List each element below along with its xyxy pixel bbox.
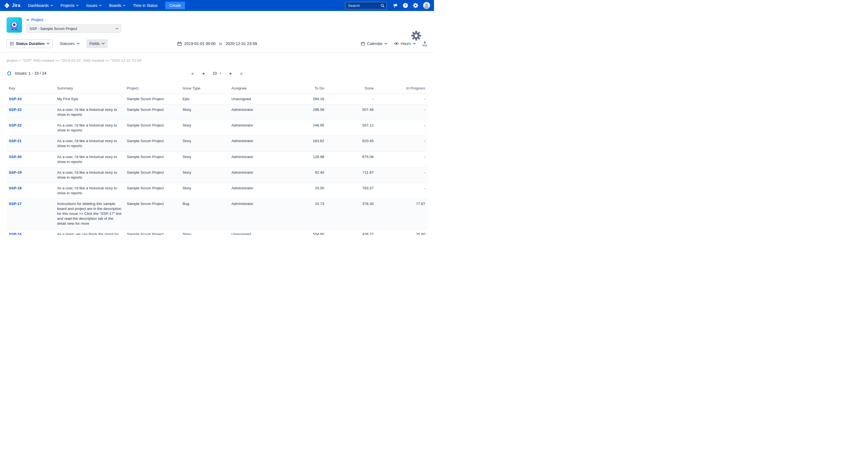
- fields-button[interactable]: Fields: [87, 39, 107, 48]
- column-header-summary[interactable]: Summary: [55, 84, 125, 94]
- date-range-picker[interactable]: 2019-01-01 00:00 to 2020-12-31 23:59: [177, 41, 257, 46]
- nav-item-label: Projects: [61, 3, 75, 8]
- issue-type: Story: [180, 167, 229, 183]
- fields-label: Fields: [90, 41, 100, 46]
- issue-in-progress: 77.87: [376, 199, 427, 229]
- feedback-megaphone-icon[interactable]: [393, 3, 398, 8]
- issue-to-do: 128.98: [277, 152, 327, 167]
- chevron-down-icon: [413, 43, 415, 44]
- issue-done: 620.45: [327, 136, 376, 152]
- issue-to-do: 183.62: [277, 136, 327, 152]
- navbar-item-dashboards[interactable]: Dashboards: [28, 3, 53, 8]
- issue-row: SSP-23 As a user, I'd like a historical …: [7, 104, 427, 120]
- issue-row: SSP-24 My First Epic Sample Scrum Projec…: [7, 94, 427, 104]
- navbar-item-boards[interactable]: Boards: [109, 3, 125, 8]
- issue-key-link[interactable]: SSP-18: [9, 186, 22, 190]
- issues-table: KeySummaryProjectIssue TypeAssigneeTo Do…: [7, 84, 427, 235]
- issue-summary: As a user, I'd like a historical story t…: [55, 167, 125, 183]
- pagination-prev-button[interactable]: ◀: [202, 72, 205, 75]
- issue-key-link[interactable]: SSP-19: [9, 170, 22, 174]
- chevron-down-icon: [99, 5, 101, 6]
- page-size-dropdown[interactable]: 10 ▼: [213, 71, 221, 75]
- help-icon[interactable]: ?: [403, 3, 408, 8]
- issue-assignee: Administrator: [229, 120, 277, 136]
- issues-table-body: SSP-24 My First Epic Sample Scrum Projec…: [7, 94, 427, 235]
- issue-project: Sample Scrum Project: [125, 104, 180, 120]
- issue-summary: As a user, I'd like a historical story t…: [55, 120, 125, 136]
- column-header-done[interactable]: Done: [327, 84, 376, 94]
- calendar-mode-dropdown[interactable]: Calendar: [361, 41, 388, 46]
- issue-key-link[interactable]: SSP-22: [9, 123, 22, 127]
- issue-key-link[interactable]: SSP-23: [9, 107, 22, 112]
- chevron-down-icon: [116, 28, 118, 29]
- issue-row: SSP-19 As a user, I'd like a historical …: [7, 167, 427, 183]
- issue-project: Sample Scrum Project: [125, 229, 180, 235]
- issue-key-link[interactable]: SSP-24: [9, 97, 22, 101]
- issue-done: 711.67: [327, 167, 376, 183]
- issue-assignee: Administrator: [229, 199, 277, 229]
- issue-row: SSP-22 As a user, I'd like a historical …: [7, 120, 427, 136]
- calendar-icon: [361, 41, 365, 46]
- issue-type: Story: [180, 120, 229, 136]
- issue-in-progress: -: [376, 94, 427, 104]
- project-avatar: [7, 17, 22, 33]
- issue-in-progress: -: [376, 152, 427, 167]
- issue-row: SSP-21 As a user, I'd like a historical …: [7, 136, 427, 152]
- navbar-item-issues[interactable]: Issues: [86, 3, 101, 8]
- chevron-down-icon: [46, 43, 50, 44]
- issue-key-link[interactable]: SSP-20: [9, 155, 22, 159]
- jira-logo-icon: [4, 2, 10, 8]
- navbar-item-projects[interactable]: Projects: [61, 3, 79, 8]
- pagination-next-button[interactable]: ▶: [230, 72, 232, 75]
- issues-table-head-row: KeySummaryProjectIssue TypeAssigneeTo Do…: [7, 84, 427, 94]
- project-select[interactable]: SSP - Sample Scrum Project: [26, 25, 121, 33]
- navbar-search: [345, 2, 387, 9]
- issue-type: Bug: [180, 199, 229, 229]
- date-from: 2019-01-01 00:00: [184, 41, 216, 46]
- issue-key-link[interactable]: SSP-16: [9, 232, 22, 235]
- page-size-value: 10: [213, 71, 217, 75]
- issue-done: 378.30: [327, 199, 376, 229]
- column-header-assignee[interactable]: Assignee: [229, 84, 277, 94]
- issues-count-label: Issues: 1 - 10 / 24: [15, 71, 46, 75]
- pagination-last-button[interactable]: »: [240, 71, 242, 76]
- nav-item-label: Issues: [86, 3, 97, 8]
- column-header-project[interactable]: Project: [125, 84, 180, 94]
- project-header: Project SSP - Sample Scrum Project: [0, 11, 434, 36]
- settings-gear-icon[interactable]: [413, 3, 418, 8]
- export-icon[interactable]: [422, 41, 427, 46]
- issue-summary: As a user, I'd like a historical story t…: [55, 136, 125, 152]
- column-header-issue-type[interactable]: Issue Type: [180, 84, 229, 94]
- calendar-icon: [177, 41, 182, 46]
- issue-project: Sample Scrum Project: [125, 136, 180, 152]
- chevron-down-icon: [102, 43, 104, 44]
- column-header-key[interactable]: Key: [7, 84, 55, 94]
- main-nav: Dashboards Projects Issues Boards Time i…: [28, 3, 158, 8]
- issue-key-link[interactable]: SSP-17: [9, 202, 22, 206]
- issues-table-head: KeySummaryProjectIssue TypeAssigneeTo Do…: [7, 84, 427, 94]
- time-format-dropdown[interactable]: Hours: [394, 41, 415, 46]
- report-type-label: Status Duration: [16, 41, 44, 46]
- statuses-button[interactable]: Statuses: [57, 39, 82, 48]
- user-avatar[interactable]: [423, 2, 430, 9]
- issues-bar: Issues: 1 - 10 / 24 « ◀ 10 ▼ ▶ »: [7, 69, 427, 77]
- jira-home-link[interactable]: Jira: [4, 2, 20, 8]
- issues-table-wrap: KeySummaryProjectIssue TypeAssigneeTo Do…: [7, 84, 427, 235]
- project-section-toggle[interactable]: Project: [26, 18, 121, 22]
- chevron-down-icon: [123, 5, 125, 6]
- issue-project: Sample Scrum Project: [125, 94, 180, 104]
- issue-key-link[interactable]: SSP-21: [9, 139, 22, 143]
- issue-done: 507.48: [327, 104, 376, 120]
- refresh-icon[interactable]: [7, 71, 12, 76]
- nav-item-label: Time in Status: [133, 3, 158, 8]
- column-header-to-do[interactable]: To Do: [277, 84, 327, 94]
- calendar-mode-label: Calendar: [367, 41, 383, 46]
- navbar-item-time-in-status[interactable]: Time in Status: [133, 3, 158, 8]
- search-icon[interactable]: [380, 4, 384, 8]
- column-header-in-progress[interactable]: In Progress: [376, 84, 427, 94]
- chevron-down-icon: [26, 19, 29, 21]
- report-type-button[interactable]: Status Duration: [7, 39, 53, 48]
- create-button[interactable]: Create: [165, 2, 185, 9]
- pagination-first-button[interactable]: «: [191, 71, 194, 76]
- statuses-label: Statuses: [60, 41, 74, 46]
